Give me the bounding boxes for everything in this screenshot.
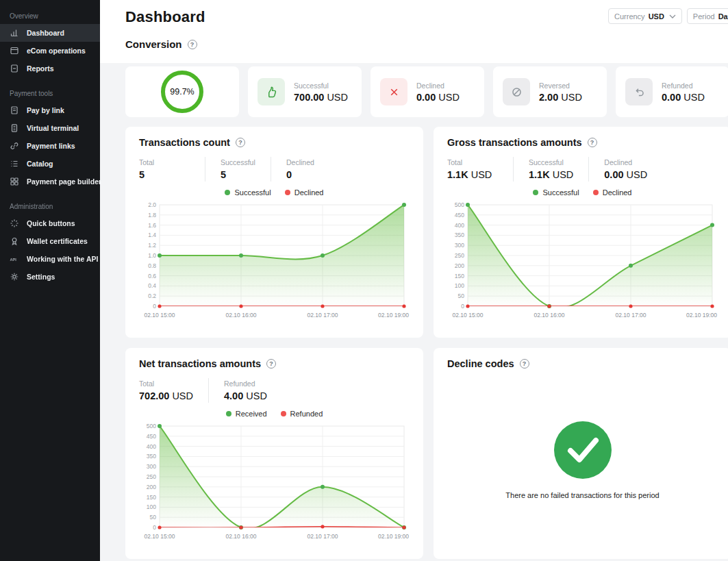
stats-row: Total702.00 USD Refunded4.00 USD	[139, 378, 410, 403]
help-icon[interactable]: ?	[520, 359, 529, 369]
help-icon[interactable]: ?	[188, 40, 197, 49]
svg-text:1.0: 1.0	[148, 252, 156, 259]
svg-text:1.8: 1.8	[148, 212, 156, 219]
sidebar-item-payment-links[interactable]: Payment links	[0, 137, 100, 155]
svg-text:0: 0	[153, 303, 156, 310]
header-controls: Currency USD Period Day	[608, 8, 728, 24]
svg-text:450: 450	[455, 212, 464, 219]
card-value: 700.00 USD	[294, 92, 348, 103]
svg-text:02.10 16:00: 02.10 16:00	[226, 533, 257, 540]
legend-dot-successful	[225, 190, 230, 195]
svg-text:450: 450	[147, 433, 156, 440]
legend-dot-successful	[533, 190, 538, 195]
thumbs-up-icon	[258, 78, 285, 105]
panel-grid: Transactions count ? Total5 Successful5 …	[125, 127, 728, 559]
sidebar: Overview Dashboard eCom operations Repor…	[0, 0, 100, 561]
sidebar-item-pay-by-link[interactable]: Pay by link	[0, 101, 100, 119]
sidebar-item-ecom-operations[interactable]: eCom operations	[0, 42, 100, 60]
stat-total: Total1.1K USD	[447, 157, 513, 182]
sidebar-item-working-with-api[interactable]: API Working with the API	[0, 250, 100, 268]
medal-icon	[10, 236, 19, 246]
stat-refunded: Refunded4.00 USD	[208, 378, 282, 403]
svg-text:0.2: 0.2	[148, 292, 156, 299]
svg-text:02.10 19:00: 02.10 19:00	[686, 312, 717, 319]
dashboard-content: 99.7% Successful 700.00 USD Declined	[100, 63, 728, 559]
currency-select[interactable]: Currency USD	[608, 8, 682, 24]
panel-title: Net transactions amounts	[139, 358, 261, 369]
api-icon: API	[10, 254, 19, 264]
panel-title: Decline codes	[447, 358, 514, 369]
svg-text:350: 350	[455, 232, 464, 238]
svg-text:02.10 16:00: 02.10 16:00	[226, 312, 257, 319]
list-icon	[10, 159, 19, 169]
check-circle-icon	[554, 421, 612, 479]
card-value: 2.00 USD	[539, 92, 582, 103]
sidebar-item-wallet-certificates[interactable]: Wallet certificates	[0, 232, 100, 250]
legend-dot-received	[226, 411, 231, 416]
net-amounts-chart: 05010015020025030035040045050002.10 15:0…	[139, 421, 410, 541]
sidebar-item-catalog[interactable]: Catalog	[0, 155, 100, 173]
svg-text:1.2: 1.2	[148, 242, 156, 249]
sidebar-section-administration: Administration Quick buttons Wallet cert…	[0, 190, 100, 286]
chart-legend: Successful Declined	[139, 188, 410, 197]
sidebar-item-quick-buttons[interactable]: Quick buttons	[0, 214, 100, 232]
empty-state-message: There are no failed transactions for thi…	[505, 491, 659, 499]
svg-text:02.10 15:00: 02.10 15:00	[453, 312, 484, 319]
link-icon	[10, 141, 19, 151]
successful-card: Successful 700.00 USD	[248, 66, 362, 117]
card-value: 0.00 USD	[416, 92, 460, 103]
svg-text:300: 300	[455, 242, 464, 249]
conversion-cards: 99.7% Successful 700.00 USD Declined	[125, 66, 728, 117]
sidebar-item-reports[interactable]: Reports	[0, 60, 100, 77]
svg-text:02.10 15:00: 02.10 15:00	[145, 312, 175, 319]
slash-circle-icon	[503, 78, 530, 105]
svg-text:150: 150	[147, 494, 156, 501]
gear-icon	[10, 272, 19, 282]
panel-title: Transactions count	[139, 137, 230, 148]
help-icon[interactable]: ?	[236, 138, 245, 147]
bar-chart-icon	[10, 28, 19, 38]
stats-row: Total5 Successful5 Declined0	[139, 157, 410, 182]
conversion-rate-value: 99.7%	[170, 87, 194, 97]
page-header: Dashboard Currency USD Period Day Conver…	[100, 0, 728, 63]
svg-text:200: 200	[147, 484, 156, 490]
sidebar-item-payment-page-builder[interactable]: Payment page builder	[0, 173, 100, 190]
svg-text:250: 250	[455, 252, 464, 259]
conversion-gauge: 99.7%	[161, 71, 203, 113]
svg-text:02.10 19:00: 02.10 19:00	[378, 312, 409, 319]
gross-amounts-panel: Gross transactions amounts ? Total1.1K U…	[434, 127, 728, 338]
period-select[interactable]: Period Day	[687, 8, 728, 24]
svg-text:API: API	[10, 258, 17, 262]
svg-text:0: 0	[153, 524, 156, 531]
svg-text:0.6: 0.6	[148, 273, 156, 279]
chevron-down-icon	[669, 14, 676, 18]
stat-declined: Declined0	[271, 157, 336, 182]
sidebar-section-payment-tools: Payment tools Pay by link Virtual termin…	[0, 77, 100, 190]
svg-text:400: 400	[147, 443, 156, 450]
svg-text:0.8: 0.8	[148, 262, 156, 269]
sidebar-item-virtual-terminal[interactable]: Virtual terminal	[0, 119, 100, 137]
help-icon[interactable]: ?	[266, 359, 276, 369]
stat-successful: Successful5	[205, 157, 271, 182]
chart-legend: Received Refunded	[139, 410, 410, 418]
svg-text:300: 300	[147, 463, 156, 470]
sidebar-item-settings[interactable]: Settings	[0, 268, 100, 286]
svg-text:500: 500	[455, 201, 464, 208]
conversion-rate-card: 99.7%	[125, 66, 239, 117]
stat-total: Total5	[139, 157, 205, 182]
stat-total: Total702.00 USD	[139, 378, 208, 403]
chart-legend: Successful Declined	[447, 188, 718, 197]
sidebar-item-dashboard[interactable]: Dashboard	[0, 24, 100, 42]
refunded-card: Refunded 0.00 USD	[616, 66, 728, 117]
svg-text:150: 150	[455, 273, 464, 279]
help-icon[interactable]: ?	[588, 138, 597, 147]
decline-codes-panel: Decline codes ? There are no failed tran…	[434, 348, 728, 559]
card-value: 0.00 USD	[662, 92, 705, 103]
undo-icon	[625, 78, 653, 105]
terminal-icon	[10, 46, 19, 55]
conversion-heading: Conversion	[125, 38, 182, 50]
grid-icon	[10, 177, 19, 186]
svg-text:500: 500	[147, 423, 156, 429]
svg-text:2.0: 2.0	[148, 201, 156, 208]
svg-text:1.6: 1.6	[148, 222, 156, 229]
